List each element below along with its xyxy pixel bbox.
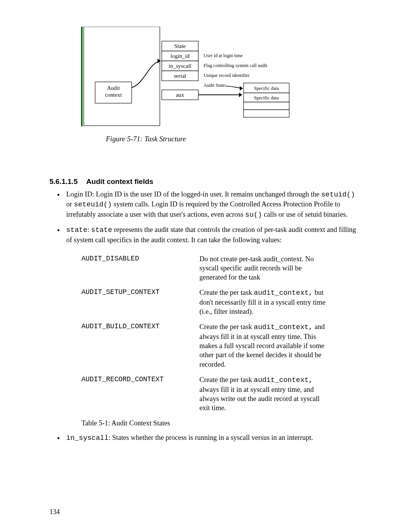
desc-login: User id at login time bbox=[204, 53, 243, 58]
label-in-syscall: in_syscall bbox=[169, 63, 191, 69]
label-specific-data-2: Specific data bbox=[254, 95, 279, 101]
desc-serial: Unique record identifier bbox=[204, 73, 250, 78]
table-row: AUDIT_SETUP_CONTEXT Create the per task … bbox=[81, 288, 362, 316]
label-serial: serial bbox=[174, 73, 186, 79]
state-name: AUDIT_BUILD_CONTEXT bbox=[81, 322, 199, 331]
audit-state-table: AUDIT_DISABLED Do not create per-task au… bbox=[81, 254, 362, 412]
figure-task-structure: Audit context State login_id in_syscall … bbox=[76, 27, 362, 143]
table-row: AUDIT_RECORD_CONTEXT Create the per task… bbox=[81, 375, 362, 412]
bullet-login-id: Login ID: Login ID is the user ID of the… bbox=[64, 190, 362, 220]
state-desc: Create the per task audit_context, alway… bbox=[199, 375, 331, 412]
table-row: AUDIT_BUILD_CONTEXT Create the per task … bbox=[81, 322, 362, 369]
svg-rect-12 bbox=[244, 102, 289, 110]
desc-syscall: Flag controlling system call audit bbox=[204, 63, 268, 68]
label-audit-context-line1: Audit bbox=[107, 85, 120, 91]
svg-rect-13 bbox=[244, 110, 289, 117]
bullet-list: Login ID: Login ID is the user ID of the… bbox=[57, 190, 362, 428]
page-number: 134 bbox=[49, 508, 60, 516]
bullet-in-syscall: in_syscall: States whether the process i… bbox=[64, 433, 362, 443]
label-audit-state: Audit State bbox=[204, 83, 225, 88]
state-desc: Do not create per-task audit_context. No… bbox=[199, 254, 331, 282]
label-aux: aux bbox=[176, 92, 184, 98]
label-state: State bbox=[174, 43, 186, 49]
state-name: AUDIT_SETUP_CONTEXT bbox=[81, 288, 199, 297]
section-heading: 5.6.1.1.5 Audit context fields bbox=[49, 177, 362, 186]
bullet-state: state: state represents the audit state … bbox=[64, 225, 362, 428]
state-name: AUDIT_DISABLED bbox=[81, 254, 199, 264]
state-desc: Create the per task audit_context, but d… bbox=[199, 288, 331, 316]
table-caption: Table 5-1: Audit Context States bbox=[81, 419, 362, 428]
label-specific-data-1: Specific data bbox=[254, 86, 279, 91]
svg-marker-9 bbox=[240, 86, 243, 91]
table-row: AUDIT_DISABLED Do not create per-task au… bbox=[81, 254, 362, 282]
state-desc: Create the per task audit_context, and a… bbox=[199, 322, 331, 369]
label-audit-context-line2: context bbox=[105, 92, 122, 98]
section-number: 5.6.1.1.5 bbox=[49, 177, 84, 186]
figure-caption: Figure 5-71: Task Structure bbox=[106, 135, 362, 143]
task-structure-svg: Audit context State login_id in_syscall … bbox=[76, 27, 320, 133]
state-name: AUDIT_RECORD_CONTEXT bbox=[81, 375, 199, 384]
label-login-id: login_id bbox=[170, 53, 190, 59]
section-title: Audit context fields bbox=[86, 177, 153, 185]
bullet-list-2: in_syscall: States whether the process i… bbox=[57, 433, 362, 443]
svg-marker-15 bbox=[239, 93, 242, 97]
svg-rect-0 bbox=[84, 27, 160, 126]
